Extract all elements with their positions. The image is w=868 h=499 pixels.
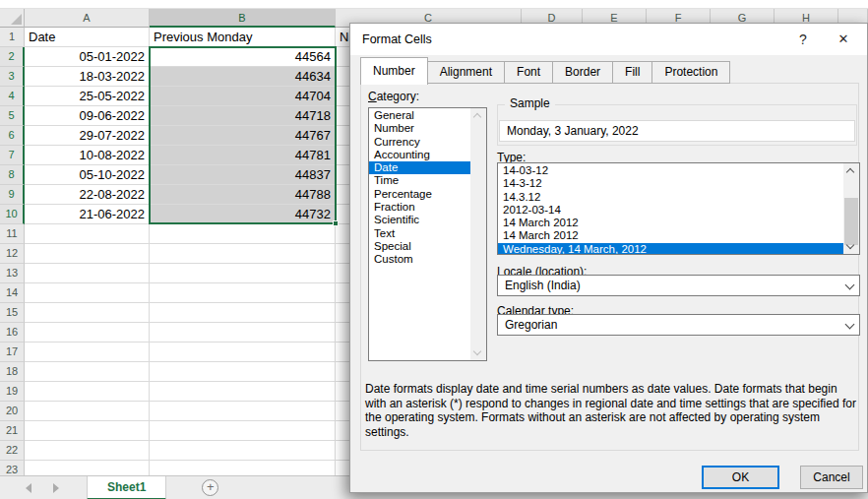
row-header-16[interactable]: 16	[0, 323, 25, 343]
category-scrollbar[interactable]	[470, 108, 486, 360]
category-item-fraction[interactable]: Fraction	[369, 201, 470, 214]
tab-protection[interactable]: Protection	[651, 61, 730, 84]
row-header-12[interactable]: 12	[0, 244, 25, 264]
cell-A13[interactable]	[25, 264, 150, 283]
column-header-B[interactable]: B	[150, 9, 336, 28]
row-header-11[interactable]: 11	[0, 224, 25, 244]
row-header-14[interactable]: 14	[0, 283, 25, 303]
tab-fill[interactable]: Fill	[612, 61, 652, 84]
row-header-7[interactable]: 7	[0, 146, 25, 165]
sheet-tab-sheet1[interactable]: Sheet1	[87, 476, 166, 499]
row-header-18[interactable]: 18	[0, 362, 25, 382]
cancel-button[interactable]: Cancel	[800, 466, 863, 489]
close-button[interactable]: ✕	[832, 30, 855, 49]
row-header-15[interactable]: 15	[0, 303, 25, 323]
cell-A6[interactable]: 29-07-2022	[25, 126, 150, 146]
row-header-6[interactable]: 6	[0, 126, 25, 146]
cell-A12[interactable]	[25, 244, 150, 264]
dialog-titlebar[interactable]: Format Cells ? ✕	[350, 24, 867, 55]
type-item-2[interactable]: 14.3.12	[498, 191, 843, 204]
row-header-20[interactable]: 20	[0, 402, 25, 421]
column-header-A[interactable]: A	[25, 9, 150, 28]
select-all-corner[interactable]	[0, 9, 25, 28]
cell-B11[interactable]	[150, 224, 336, 244]
cell-A2[interactable]: 05-01-2022	[25, 47, 150, 67]
cell-B1[interactable]: Previous Monday	[150, 28, 336, 47]
category-item-text[interactable]: Text	[369, 227, 470, 240]
row-header-5[interactable]: 5	[0, 106, 25, 126]
cell-B10[interactable]: 44732	[150, 205, 336, 224]
cell-A22[interactable]	[25, 441, 150, 461]
cell-B2[interactable]: 44564	[150, 47, 336, 67]
category-item-general[interactable]: General	[369, 109, 470, 122]
type-scrollbar[interactable]	[843, 163, 859, 254]
cell-A7[interactable]: 10-08-2022	[25, 146, 150, 165]
category-item-time[interactable]: Time	[369, 174, 470, 187]
cell-A1[interactable]: Date	[25, 28, 150, 47]
cell-B22[interactable]	[150, 441, 336, 461]
cell-A15[interactable]	[25, 303, 150, 323]
row-header-4[interactable]: 4	[0, 87, 25, 106]
type-item-6[interactable]: Wednesday, 14 March, 2012	[498, 243, 843, 255]
cell-A8[interactable]: 05-10-2022	[25, 165, 150, 185]
category-item-currency[interactable]: Currency	[369, 136, 470, 149]
category-item-scientific[interactable]: Scientific	[369, 214, 470, 226]
category-item-number[interactable]: Number	[369, 122, 470, 135]
cell-B5[interactable]: 44718	[150, 106, 336, 126]
category-item-date[interactable]: Date	[369, 161, 470, 174]
type-item-0[interactable]: 14-03-12	[498, 164, 843, 177]
tab-alignment[interactable]: Alignment	[427, 61, 505, 84]
cell-B12[interactable]	[150, 244, 336, 264]
type-item-3[interactable]: 2012-03-14	[498, 204, 843, 217]
row-header-3[interactable]: 3	[0, 67, 25, 87]
cell-A4[interactable]: 25-05-2022	[25, 87, 150, 106]
cell-B9[interactable]: 44788	[150, 185, 336, 205]
cell-A11[interactable]	[25, 224, 150, 244]
category-item-custom[interactable]: Custom	[369, 253, 470, 266]
cell-A19[interactable]	[25, 382, 150, 402]
scroll-up-icon[interactable]	[843, 163, 859, 178]
category-item-accounting[interactable]: Accounting	[369, 149, 470, 161]
row-header-10[interactable]: 10	[0, 205, 25, 224]
cell-B17[interactable]	[150, 343, 336, 362]
scroll-down-icon[interactable]	[843, 239, 859, 254]
ok-button[interactable]: OK	[702, 466, 779, 489]
row-header-21[interactable]: 21	[0, 421, 25, 441]
type-item-5[interactable]: 14 March 2012	[498, 229, 843, 242]
cell-A9[interactable]: 22-08-2022	[25, 185, 150, 205]
cell-B7[interactable]: 44781	[150, 146, 336, 165]
tab-border[interactable]: Border	[552, 61, 613, 84]
cell-A5[interactable]: 09-06-2022	[25, 106, 150, 126]
calendar-type-dropdown[interactable]: Gregorian	[497, 314, 860, 336]
cell-B8[interactable]: 44837	[150, 165, 336, 185]
locale-dropdown[interactable]: English (India)	[497, 275, 860, 296]
row-header-8[interactable]: 8	[0, 165, 25, 185]
row-header-19[interactable]: 19	[0, 382, 25, 402]
cell-B20[interactable]	[150, 402, 336, 421]
cell-B21[interactable]	[150, 421, 336, 441]
cell-A20[interactable]	[25, 402, 150, 421]
cell-B4[interactable]: 44704	[150, 87, 336, 106]
cell-A14[interactable]	[25, 283, 150, 303]
help-button[interactable]: ?	[792, 30, 814, 49]
cell-B15[interactable]	[150, 303, 336, 323]
cell-B19[interactable]	[150, 382, 336, 402]
cell-A10[interactable]: 21-06-2022	[25, 205, 150, 224]
tab-number[interactable]: Number	[360, 57, 428, 85]
cell-A18[interactable]	[25, 362, 150, 382]
row-header-13[interactable]: 13	[0, 264, 25, 283]
row-header-1[interactable]: 1	[0, 28, 25, 47]
cell-A3[interactable]: 18-03-2022	[25, 67, 150, 87]
row-header-9[interactable]: 9	[0, 185, 25, 205]
scroll-down-icon[interactable]	[470, 345, 486, 360]
add-sheet-button[interactable]: +	[202, 479, 218, 496]
cell-B18[interactable]	[150, 362, 336, 382]
row-header-2[interactable]: 2	[0, 47, 25, 67]
cell-A17[interactable]	[25, 343, 150, 362]
tab-font[interactable]: Font	[504, 61, 553, 84]
cell-A16[interactable]	[25, 323, 150, 343]
type-item-4[interactable]: 14 March 2012	[498, 217, 843, 229]
scrollbar-thumb[interactable]	[844, 198, 858, 245]
cell-B16[interactable]	[150, 323, 336, 343]
row-header-17[interactable]: 17	[0, 343, 25, 362]
